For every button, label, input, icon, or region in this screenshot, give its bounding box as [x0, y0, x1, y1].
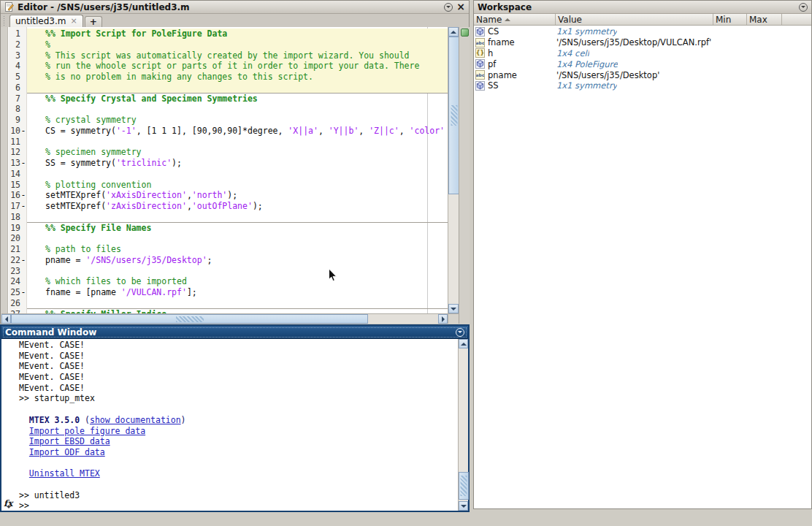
- column-header-max[interactable]: Max: [747, 14, 782, 25]
- scroll-right-icon[interactable]: [438, 314, 448, 324]
- code-line[interactable]: %: [27, 39, 448, 50]
- vertical-scrollbar-thumb[interactable]: [448, 37, 459, 194]
- code-line[interactable]: setMTEXpref('xAxisDirection','north');: [27, 190, 448, 201]
- code-line[interactable]: % is no problem in making any changes to…: [27, 72, 448, 83]
- column-header-value[interactable]: Value: [556, 14, 713, 25]
- command-text: >> startup_mtex: [19, 393, 95, 403]
- code-line[interactable]: % This script was automatically created …: [27, 50, 448, 61]
- variable-object-icon: [475, 27, 485, 37]
- code-line[interactable]: [27, 266, 448, 277]
- scroll-down-icon[interactable]: [448, 304, 459, 313]
- code-token: 'Y||b': [329, 126, 359, 136]
- code-line[interactable]: setMTEXpref('zAxisDirection','outOfPlane…: [27, 201, 448, 212]
- cmd-scrollbar-thumb[interactable]: [459, 472, 469, 500]
- workspace-titlebar: Workspace: [474, 1, 811, 14]
- variable-row[interactable]: pf1x4 PoleFigure: [474, 58, 811, 69]
- column-header-name[interactable]: Name: [474, 14, 556, 25]
- command-link[interactable]: Uninstall MTEX: [29, 468, 100, 479]
- command-window-menu-icon[interactable]: [456, 328, 464, 337]
- command-link[interactable]: show documentation: [90, 415, 181, 425]
- code-line[interactable]: pname = '/SNS/users/j35/Desktop';: [27, 255, 448, 266]
- code-area[interactable]: %% Import Script for PoleFigure Data%% T…: [27, 27, 448, 313]
- workspace-variable-list: CS1x1 symmetryabcfname'/SNS/users/j35/De…: [474, 26, 811, 508]
- variable-name: pf: [488, 59, 556, 69]
- code-token: % is no problem in making any changes to…: [45, 72, 313, 82]
- editor-vertical-scrollbar[interactable]: [448, 27, 459, 313]
- code-line[interactable]: SS = symmetry('triclinic');: [27, 158, 448, 169]
- line-number: 15: [9, 180, 26, 191]
- code-line[interactable]: %% Specify File Names: [27, 223, 448, 234]
- code-token: , [1 1 1], [90,90,90]*degree,: [137, 126, 288, 136]
- code-line[interactable]: [27, 233, 448, 244]
- fx-function-hints-button[interactable]: fx: [4, 498, 12, 508]
- code-line[interactable]: CS = symmetry('-1', [1 1 1], [90,90,90]*…: [27, 126, 448, 137]
- variable-row[interactable]: CS1x1 symmetry: [474, 26, 811, 37]
- code-token: fname = [pname: [45, 287, 121, 297]
- code-token: ;: [207, 255, 212, 265]
- code-line[interactable]: [27, 137, 448, 148]
- editor-horizontal-scrollbar[interactable]: [1, 313, 448, 324]
- code-line[interactable]: [27, 298, 448, 309]
- line-number: 19: [9, 223, 26, 234]
- command-output[interactable]: MEvent. CASE!MEvent. CASE!MEvent. CASE!M…: [1, 339, 458, 511]
- workspace-menu-icon[interactable]: [799, 3, 808, 12]
- variable-value: 1x1 symmetry: [556, 26, 617, 37]
- tab-untitled3[interactable]: untitled3.m: [9, 15, 83, 27]
- line-number: 1: [9, 28, 26, 39]
- code-line[interactable]: % specimen symmetry: [27, 147, 448, 158]
- new-tab-button[interactable]: +: [85, 16, 102, 27]
- variable-cell-icon: {}: [475, 48, 485, 58]
- code-line[interactable]: % plotting convention: [27, 180, 448, 191]
- code-analyzer-lane: [459, 27, 470, 324]
- variable-name: h: [488, 48, 556, 58]
- code-line[interactable]: fname = [pname '/VULCAN.rpf'];: [27, 287, 448, 298]
- code-line[interactable]: [27, 169, 448, 180]
- variable-row[interactable]: SS1x1 symmetry: [474, 80, 811, 91]
- line-number: 8: [9, 104, 26, 115]
- code-line[interactable]: % path to files: [27, 244, 448, 255]
- code-line[interactable]: %% Import Script for PoleFigure Data: [27, 28, 448, 39]
- code-line[interactable]: [27, 104, 448, 115]
- cmd-scroll-down-icon[interactable]: [459, 501, 468, 511]
- variable-row[interactable]: abcpname'/SNS/users/j35/Desktop': [474, 69, 811, 80]
- code-token: %% Specify Miller Indice: [45, 309, 166, 314]
- variable-row[interactable]: {}h1x4 cell: [474, 48, 811, 59]
- code-line[interactable]: % run the whoole script or parts of it i…: [27, 61, 448, 72]
- cmd-scroll-up-icon[interactable]: [459, 339, 468, 348]
- code-line[interactable]: %% Specify Crystal and Specimen Symmetri…: [27, 94, 448, 104]
- line-number: 22-: [9, 255, 26, 266]
- line-number: 7: [9, 94, 26, 104]
- code-analyzer-indicator[interactable]: [461, 28, 469, 37]
- code-token: %% Specify Crystal and Specimen Symmetri…: [45, 94, 258, 104]
- command-link[interactable]: Import ODF data: [29, 447, 105, 457]
- code-line[interactable]: [27, 83, 448, 94]
- code-line[interactable]: [27, 212, 448, 223]
- horizontal-scrollbar-thumb[interactable]: [11, 314, 368, 324]
- scroll-up-icon[interactable]: [448, 27, 459, 37]
- editor-left-margin: [1, 27, 8, 313]
- variable-value: 1x4 cell: [556, 48, 589, 58]
- variable-object-icon: [475, 81, 485, 91]
- editor-panel: Editor - /SNS/users/j35/untitled3.m unti…: [0, 0, 470, 324]
- command-link[interactable]: Import EBSD data: [29, 436, 110, 446]
- tab-row-grip-icon[interactable]: [3, 16, 6, 26]
- code-token: '-1': [116, 126, 137, 136]
- variable-row[interactable]: abcfname'/SNS/users/j35/Desktop/VULCAN.r…: [474, 37, 811, 48]
- tab-close-icon[interactable]: [70, 18, 77, 25]
- code-token: ,: [399, 126, 410, 136]
- command-text: [19, 415, 29, 425]
- editor-close-icon[interactable]: [456, 2, 465, 12]
- code-line[interactable]: % which files to be imported: [27, 276, 448, 287]
- command-link[interactable]: Import pole figure data: [29, 426, 145, 436]
- column-header-min[interactable]: Min: [713, 14, 747, 25]
- code-line[interactable]: %% Specify Miller Indice: [27, 309, 448, 314]
- command-vertical-scrollbar[interactable]: [458, 339, 468, 511]
- scroll-left-icon[interactable]: [1, 314, 11, 324]
- line-number: 23: [9, 266, 26, 277]
- code-line[interactable]: % crystal symmetry: [27, 115, 448, 126]
- line-number: 5: [9, 72, 26, 83]
- command-line: Import EBSD data: [19, 436, 458, 447]
- editor-tab-row: untitled3.m +: [1, 14, 469, 27]
- editor-menu-icon[interactable]: [444, 3, 453, 12]
- line-number: 14: [9, 169, 26, 180]
